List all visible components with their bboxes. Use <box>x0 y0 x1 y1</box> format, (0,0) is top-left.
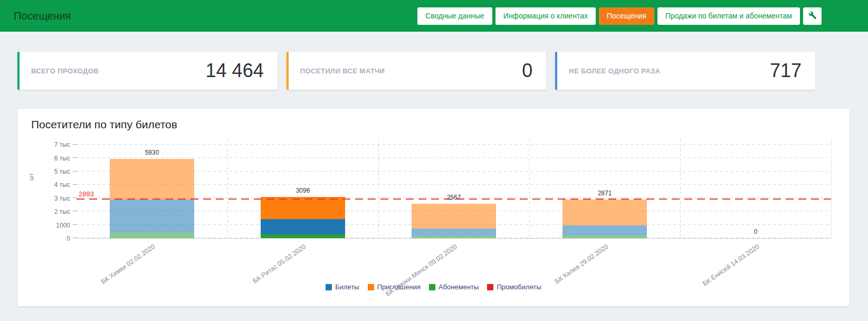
x-axis-labels: БК Химки 02.02.2020БК Ритас 05.02.2020БК… <box>77 239 832 282</box>
bar-segment-Абонементы[interactable] <box>110 233 194 238</box>
kpi-cards-row: ВСЕГО ПРОХОДОВ14 464ПОСЕТИЛИ ВСЕ МАТЧИ0Н… <box>17 52 815 90</box>
y-axis: 7 тыс6 тыс5 тыс4 тыс3 тыс2 тыс10000 <box>31 139 77 239</box>
category-label: БК Ритас 05.02.2020 <box>252 243 308 285</box>
y-tick-label: 2 тыс <box>54 208 70 215</box>
plot-area: 289359303096256728710 <box>77 139 832 239</box>
legend: БилетыПриглашенияАбонементыПромобилеты <box>31 283 836 291</box>
axis-tick <box>73 144 77 145</box>
category-slot: 2871 <box>529 139 680 238</box>
category-label: БК Калев 29.02.2020 <box>553 243 609 285</box>
legend-label: Билеты <box>335 283 359 291</box>
legend-label: Абонементы <box>438 283 479 291</box>
kpi-label: ВСЕГО ПРОХОДОВ <box>31 67 99 75</box>
category-slot: 3096 <box>227 139 378 238</box>
chart-panel: Посетители по типу билетов шт 7 тыс6 тыс… <box>17 109 850 306</box>
bar-segment-Абонементы[interactable] <box>412 236 496 238</box>
axis-tick <box>73 224 77 225</box>
tab-summary[interactable]: Сводные данные <box>417 7 492 25</box>
x-slot: БК Енисей 14.03.2020 <box>681 239 832 282</box>
axis-tick <box>73 238 77 238</box>
bar-total-label: 0 <box>680 228 831 235</box>
x-slot: БК Цмоки Минск 09.02.2020 <box>378 239 529 282</box>
category-label: БК Енисей 14.03.2020 <box>701 243 760 288</box>
legend-item[interactable]: Абонементы <box>429 283 479 291</box>
y-tick-label: 3 тыс <box>54 195 70 202</box>
kpi-value: 0 <box>522 60 532 82</box>
bar-segment-Приглашения[interactable] <box>562 200 647 225</box>
kpi-label: НЕ БОЛЕЕ ОДНОГО РАЗА <box>569 67 660 75</box>
bar-segment-Билеты[interactable] <box>261 219 345 234</box>
chart-bar[interactable] <box>261 197 345 238</box>
category-slot: 5930 <box>77 139 227 238</box>
y-tick-label: 5 тыс <box>54 168 70 175</box>
y-tick-label: 0 <box>66 235 70 242</box>
legend-label: Промобилеты <box>497 283 541 291</box>
y-tick-label: 1000 <box>56 222 70 229</box>
bar-total-label: 5930 <box>77 149 227 156</box>
kpi-card-all-matches: ПОСЕТИЛИ ВСЕ МАТЧИ0 <box>287 52 547 90</box>
chart-bar[interactable] <box>562 200 647 238</box>
legend-item[interactable]: Промобилеты <box>487 283 541 291</box>
reference-line-label: 2893 <box>79 190 94 198</box>
legend-swatch <box>326 284 332 290</box>
legend-swatch <box>429 284 435 290</box>
tools-button[interactable] <box>803 7 822 25</box>
category-slot: 2567 <box>378 139 529 238</box>
bar-total-label: 2871 <box>529 190 680 197</box>
kpi-value: 717 <box>770 60 802 82</box>
nav-tabs: Сводные данныеИнформация о клиентахПосещ… <box>417 7 822 25</box>
axis-tick <box>73 157 77 158</box>
bar-segment-Абонементы[interactable] <box>261 234 345 238</box>
bar-segment-Билеты[interactable] <box>562 225 647 235</box>
bar-segment-Билеты[interactable] <box>412 229 496 236</box>
kpi-label: ПОСЕТИЛИ ВСЕ МАТЧИ <box>300 67 385 75</box>
kpi-value: 14 464 <box>206 60 264 82</box>
kpi-card-total-passes: ВСЕГО ПРОХОДОВ14 464 <box>17 52 278 90</box>
bar-segment-Приглашения[interactable] <box>110 159 194 200</box>
bar-segment-Билеты[interactable] <box>110 200 194 233</box>
legend-swatch <box>368 284 374 290</box>
category-label: БК Химки 02.02.2020 <box>100 243 156 286</box>
legend-item[interactable]: Билеты <box>326 283 359 291</box>
chart-bar[interactable] <box>412 204 496 238</box>
bar-segment-Приглашения[interactable] <box>412 204 496 228</box>
x-slot: БК Калев 29.02.2020 <box>530 239 681 282</box>
kpi-card-no-more-than-once: НЕ БОЛЕЕ ОДНОГО РАЗА717 <box>555 52 815 90</box>
chart-title: Посетители по типу билетов <box>31 118 836 131</box>
axis-tick <box>73 197 77 198</box>
y-tick-label: 4 тыс <box>54 181 70 188</box>
bar-total-label: 2567 <box>378 194 529 201</box>
bar-total-label: 3096 <box>227 187 378 194</box>
chart: шт 7 тыс6 тыс5 тыс4 тыс3 тыс2 тыс10000 2… <box>31 139 836 291</box>
legend-swatch <box>487 284 493 290</box>
tab-clients[interactable]: Информация о клиентах <box>495 7 596 25</box>
tab-sales[interactable]: Продажи по билетам и абонементам <box>657 7 800 25</box>
bar-segment-Приглашения[interactable] <box>261 197 345 219</box>
wrench-icon <box>808 11 817 21</box>
tab-visits[interactable]: Посещения <box>599 7 654 25</box>
x-slot: БК Химки 02.02.2020 <box>77 239 227 282</box>
category-slot: 0 <box>680 139 831 238</box>
axis-tick <box>73 184 77 185</box>
axis-tick <box>73 211 77 211</box>
page-title: Посещения <box>14 10 71 22</box>
app-header: Посещения Сводные данныеИнформация о кли… <box>0 0 868 32</box>
y-tick-label: 7 тыс <box>54 141 70 148</box>
bar-segment-Абонементы[interactable] <box>562 235 647 238</box>
x-slot: БК Ритас 05.02.2020 <box>227 239 378 282</box>
axis-tick <box>73 171 77 172</box>
y-tick-label: 6 тыс <box>54 155 70 162</box>
